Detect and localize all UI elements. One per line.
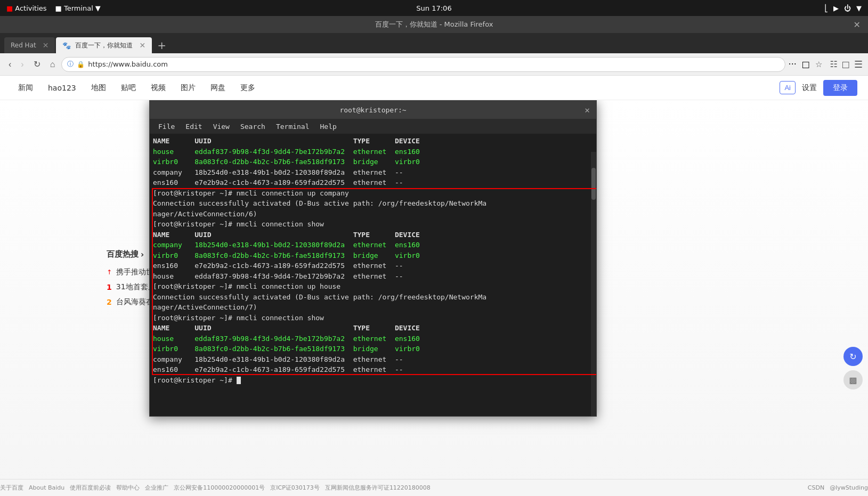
login-button[interactable]: 登录 — [823, 80, 857, 96]
baidu-nav-news[interactable]: 新闻 — [11, 76, 40, 100]
terminal-menu-file[interactable]: File — [154, 121, 179, 132]
baidu-paw-icon: 🐾 — [62, 42, 71, 50]
baidu-qr-icon[interactable]: ▩ — [843, 370, 863, 389]
hot-arrow-icon: ↑ — [107, 269, 112, 276]
term-row-house-1: house eddaf837-9b98-4f3d-9dd4-7be172b9b7… — [153, 147, 593, 157]
hamburger-menu-icon[interactable]: ☰ — [854, 59, 863, 70]
baidu-nav-image[interactable]: 图片 — [173, 76, 203, 100]
terminal-menu-terminal[interactable]: Terminal — [272, 121, 314, 132]
term-cmd-3: [root@kristoper ~]# nmcli connection up … — [153, 281, 593, 292]
pocket-icon[interactable]: □ — [802, 59, 810, 69]
terminal-title: root@kristoper:~ — [339, 106, 406, 114]
system-bar-right: ⎣ ▶ ⏻ ▼ — [825, 4, 862, 12]
tab-new-button[interactable]: + — [153, 37, 171, 53]
terminal-label: Terminal — [64, 4, 93, 12]
tab-baidu-close[interactable]: ✕ — [139, 41, 145, 50]
baidu-hot-label: 百度热搜 — [107, 249, 139, 259]
browser-content: 百度热搜 › ↑ 携手推动世界... 1 31地首套房... 2 台风海葵在..… — [0, 100, 868, 496]
tab-baidu[interactable]: 🐾 百度一下，你就知道 ✕ — [56, 37, 152, 53]
back-button[interactable]: ‹ — [5, 58, 14, 71]
terminal-selected-region: [root@kristoper ~]# nmcli connection up … — [153, 188, 593, 375]
settings-link[interactable]: 设置 — [802, 83, 817, 93]
terminal-title-bar: root@kristoper:~ ✕ — [150, 101, 596, 119]
browser-title: 百度一下，你就知道 - Mozilla Firefox — [375, 20, 493, 29]
term-msg-1a: Connection successfully activated (D-Bus… — [153, 198, 593, 209]
terminal-menu-search[interactable]: Search — [236, 121, 270, 132]
footer-about-en[interactable]: About Baidu — [29, 484, 64, 491]
footer-csdn[interactable]: CSDN — [808, 484, 824, 491]
dropdown-icon[interactable]: ▼ — [856, 4, 862, 12]
term-row-virbr0-3: virbr0 8a083fc0-d2bb-4b2c-b7b6-fae518df9… — [153, 344, 593, 354]
term-prompt-final: [root@kristoper ~]# — [153, 375, 593, 386]
footer-terms[interactable]: 使用百度前必读 — [70, 484, 111, 492]
footer-author: @lywStuding — [830, 484, 868, 491]
browser-close-button[interactable]: ✕ — [854, 20, 861, 30]
term-header-3: NAME UUID TYPE DEVICE — [153, 323, 593, 334]
footer-help[interactable]: 帮助中心 — [116, 484, 140, 492]
term-row-company-2: company 18b254d0-e318-49b1-b0d2-120380f8… — [153, 240, 593, 250]
address-text: https://www.baidu.com — [88, 60, 779, 68]
baidu-right-icons: ↻ ▩ — [843, 347, 863, 389]
nav-bar: ‹ › ↻ ⌂ ⓘ 🔒 https://www.baidu.com ··· □ … — [0, 53, 868, 76]
terminal-menu-view[interactable]: View — [209, 121, 234, 132]
footer-news-license: 互网新闻信息服务许可证11220180008 — [325, 484, 431, 492]
hot-num-1: 1 — [107, 283, 112, 291]
system-time: Sun 17:06 — [416, 4, 451, 12]
baidu-refresh-icon[interactable]: ↻ — [843, 347, 863, 366]
more-options-icon[interactable]: ··· — [789, 59, 797, 69]
terminal-close-button[interactable]: ✕ — [585, 105, 590, 115]
system-bar-left: ■ Activities ■ Terminal ▼ — [6, 4, 101, 12]
sidebar-icon[interactable]: □ — [842, 59, 850, 69]
power-icon[interactable]: ⏻ — [844, 4, 851, 12]
baidu-nav-pan[interactable]: 网盘 — [203, 76, 233, 100]
term-row-house-2: house eddaf837-9b98-4f3d-9dd4-7be172b9b7… — [153, 271, 593, 282]
terminal-icon: ■ — [55, 4, 62, 12]
volume-icon[interactable]: ▶ — [833, 4, 839, 12]
terminal-body: NAME UUID TYPE DEVICE house eddaf837-9b9… — [150, 134, 596, 416]
home-button[interactable]: ⌂ — [47, 58, 59, 71]
system-bar: ■ Activities ■ Terminal ▼ Sun 17:06 ⎣ ▶ … — [0, 0, 868, 16]
redhat-icon: ■ — [6, 4, 13, 12]
forward-button[interactable]: › — [18, 58, 27, 71]
baidu-nav-tieba[interactable]: 贴吧 — [113, 76, 143, 100]
tab-redhat-label: Red Hat — [11, 42, 36, 49]
term-row-virbr0-1: virbr0 8a083fc0-d2bb-4b2c-b7b6-fae518df9… — [153, 157, 593, 167]
term-row-ens160-2: ens160 e7e2b9a2-c1cb-4673-a189-659fad22d… — [153, 261, 593, 271]
term-row-house-3: house eddaf837-9b98-4f3d-9dd4-7be172b9b7… — [153, 334, 593, 344]
term-msg-2a: Connection successfully activated (D-Bus… — [153, 292, 593, 303]
baidu-nav-more[interactable]: 更多 — [233, 76, 263, 100]
ai-button[interactable]: Ai — [780, 81, 796, 94]
terminal-scrollbar-thumb — [591, 168, 596, 200]
footer-ads[interactable]: 企业推广 — [145, 484, 168, 492]
term-cmd-1: [root@kristoper ~]# nmcli connection up … — [153, 188, 593, 199]
tab-redhat[interactable]: Red Hat ✕ — [4, 37, 55, 53]
network-icon[interactable]: ⎣ — [825, 4, 829, 12]
baidu-nav-map[interactable]: 地图 — [84, 76, 113, 100]
term-msg-2b: nager/ActiveConnection/7) — [153, 302, 593, 313]
reload-button[interactable]: ↻ — [30, 57, 44, 71]
baidu-nav-hao123[interactable]: hao123 — [40, 76, 84, 100]
bookmark-star-icon[interactable]: ☆ — [815, 60, 822, 69]
info-icon: ⓘ — [67, 60, 74, 69]
footer-about[interactable]: 关于百度 — [0, 484, 23, 492]
terminal-menu-bar: File Edit View Search Terminal Help — [150, 119, 596, 134]
lock-icon: 🔒 — [77, 61, 85, 68]
baidu-footer: 关于百度 About Baidu 使用百度前必读 帮助中心 企业推广 京公网安备… — [0, 479, 868, 496]
terminal-scrollbar[interactable] — [591, 152, 596, 416]
tab-redhat-close[interactable]: ✕ — [43, 41, 49, 50]
term-header-2: NAME UUID TYPE DEVICE — [153, 230, 593, 240]
baidu-nav-video[interactable]: 视频 — [143, 76, 173, 100]
term-cmd-4: [root@kristoper ~]# nmcli connection sho… — [153, 313, 593, 323]
footer-icp: 京ICP证030173号 — [270, 484, 320, 492]
address-bar[interactable]: ⓘ 🔒 https://www.baidu.com — [61, 57, 785, 72]
terminal-menu-help[interactable]: Help — [316, 121, 341, 132]
activities-button[interactable]: ■ Activities — [6, 4, 47, 12]
terminal-button[interactable]: ■ Terminal ▼ — [55, 4, 101, 12]
term-cmd-2: [root@kristoper ~]# nmcli connection sho… — [153, 219, 593, 230]
terminal-menu-edit[interactable]: Edit — [181, 121, 206, 132]
baidu-hot-chevron: › — [141, 250, 144, 259]
footer-security: 京公网安备110000020000001号 — [174, 484, 265, 492]
baidu-nav: 新闻 hao123 地图 贴吧 视频 图片 网盘 更多 Ai 设置 登录 — [0, 76, 868, 100]
library-icon[interactable]: ☷ — [830, 59, 837, 69]
terminal-chevron-icon: ▼ — [95, 4, 101, 12]
